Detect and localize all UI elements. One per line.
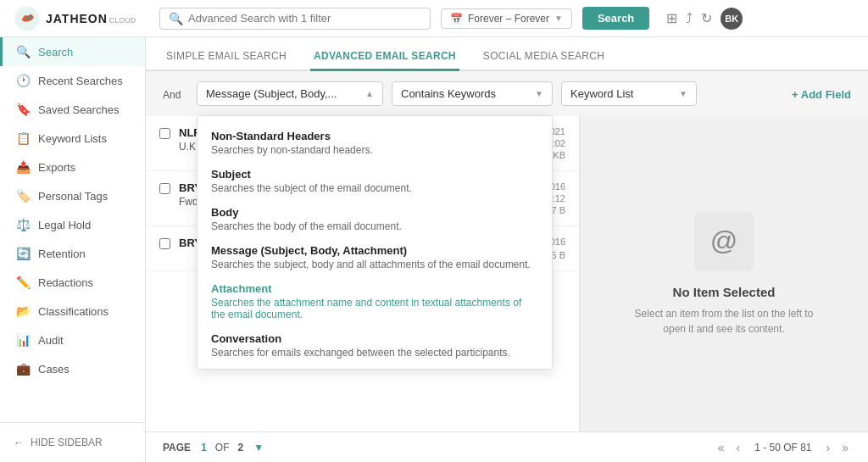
dropdown-item-title: Subject — [211, 168, 538, 181]
sidebar-items: 🔍 Search 🕐 Recent Searches 🔖 Saved Searc… — [0, 37, 145, 383]
logo-name: JATHEON — [46, 12, 108, 25]
main-search-input[interactable] — [188, 12, 421, 25]
dropdown-menu-item[interactable]: Subject Searches the subject of the emai… — [198, 161, 552, 199]
sidebar-item-saved-searches[interactable]: 🔖 Saved Searches — [0, 95, 145, 124]
page-down-icon[interactable]: ▼ — [253, 442, 264, 454]
field-dropdown[interactable]: Message (Subject, Body,... ▲ — [197, 81, 383, 106]
row-checkbox[interactable] — [159, 238, 170, 249]
sidebar-item-personal-tags[interactable]: 🏷️ Personal Tags — [0, 181, 145, 210]
sidebar-item-label-keyword-lists: Keyword Lists — [38, 132, 107, 145]
share-icon[interactable]: ⤴ — [686, 11, 693, 26]
sidebar-item-label-cases: Cases — [38, 363, 70, 376]
dropdown-menu-item[interactable]: Body Searches the body of the email docu… — [198, 199, 552, 237]
dropdown-item-title: Non-Standard Headers — [211, 130, 538, 142]
tab-simple[interactable]: SIMPLE EMAIL SEARCH — [163, 43, 290, 71]
first-page-button[interactable]: « — [715, 441, 727, 454]
dropdown-item-desc: Searches the subject, body and all attac… — [211, 259, 538, 270]
sidebar: 🔍 Search 🕐 Recent Searches 🔖 Saved Searc… — [0, 37, 146, 462]
condition-dropdown[interactable]: Contains Keywords ▼ — [392, 81, 553, 106]
sidebar-item-cases[interactable]: 💼 Cases — [0, 354, 145, 383]
value-dropdown-label: Keyword List — [570, 87, 633, 100]
dropdown-menu-item[interactable]: Message (Subject, Body, Attachment) Sear… — [198, 237, 552, 276]
logo: JATHEON CLOUD — [14, 5, 149, 32]
value-dropdown[interactable]: Keyword List ▼ — [561, 81, 697, 106]
dropdown-item-desc: Searches the body of the email document. — [211, 220, 538, 232]
page-label: PAGE — [163, 442, 191, 454]
field-dropdown-label: Message (Subject, Body,... — [206, 87, 337, 100]
content-area: SIMPLE EMAIL SEARCHADVANCED EMAIL SEARCH… — [146, 37, 868, 462]
dropdown-item-title: Body — [211, 206, 538, 219]
page-range: 1 - 50 OF 81 — [754, 442, 811, 454]
main-layout: 🔍 Search 🕐 Recent Searches 🔖 Saved Searc… — [0, 37, 868, 462]
sidebar-item-label-exports: Exports — [38, 161, 75, 174]
row-checkbox[interactable] — [159, 128, 170, 139]
retention-icon: 🔄 — [16, 247, 30, 260]
sidebar-item-label-search: Search — [38, 46, 73, 58]
last-page-button[interactable]: » — [839, 441, 851, 454]
current-page: 1 — [201, 442, 207, 454]
dropdown-menu-item[interactable]: Message Size (KB) Searches complete emai… — [198, 364, 552, 370]
sidebar-item-recent-searches[interactable]: 🕐 Recent Searches — [0, 66, 145, 95]
preview-panel: @ No Item Selected Select an item from t… — [580, 116, 868, 431]
chevron-down-icon: ▼ — [679, 89, 687, 98]
recent-searches-icon: 🕐 — [16, 74, 30, 87]
sidebar-item-search[interactable]: 🔍 Search — [0, 37, 145, 66]
preview-description: Select an item from the list on the left… — [631, 306, 817, 337]
tab-advanced[interactable]: ADVANCED EMAIL SEARCH — [310, 43, 459, 71]
sidebar-item-label-retention: Retention — [38, 248, 86, 260]
prev-page-button[interactable]: ‹ — [733, 441, 743, 454]
sidebar-item-keyword-lists[interactable]: 📋 Keyword Lists — [0, 124, 145, 153]
dropdown-menu-item[interactable]: Conversation Searches for emails exchang… — [198, 326, 552, 364]
classifications-icon: 📂 — [16, 304, 30, 318]
audit-icon: 📊 — [16, 333, 30, 347]
tabs-container: SIMPLE EMAIL SEARCHADVANCED EMAIL SEARCH… — [163, 37, 608, 70]
user-avatar[interactable]: BK — [721, 8, 743, 30]
redactions-icon: ✏️ — [16, 276, 30, 289]
preview-icon: @ — [694, 212, 754, 271]
top-icons: ⊞ ⤴ ↻ BK — [666, 8, 743, 30]
calendar-icon: 📅 — [450, 13, 463, 25]
row-checkbox[interactable] — [159, 183, 170, 194]
exports-icon: 📤 — [16, 160, 30, 174]
chevron-down-icon: ▼ — [554, 14, 563, 23]
sidebar-item-retention[interactable]: 🔄 Retention — [0, 239, 145, 268]
keyword-lists-icon: 📋 — [16, 131, 30, 145]
hide-sidebar-label: HIDE SIDEBAR — [31, 437, 103, 448]
tab-social[interactable]: SOCIAL MEDIA SEARCH — [480, 43, 608, 71]
sidebar-item-label-audit: Audit — [38, 334, 64, 347]
search-button[interactable]: Search — [582, 7, 649, 30]
sidebar-item-label-personal-tags: Personal Tags — [38, 190, 108, 203]
date-filter-dropdown[interactable]: 📅 Forever – Forever ▼ — [441, 8, 572, 29]
dropdown-menu-item[interactable]: Attachment Searches the attachment name … — [198, 276, 552, 326]
dropdown-item-title: Attachment — [211, 282, 538, 295]
refresh-icon[interactable]: ↻ — [701, 10, 712, 26]
arrow-left-icon: ← — [14, 437, 24, 448]
dropdown-item-desc: Searches the attachment name and content… — [211, 297, 538, 320]
and-label: And — [163, 81, 188, 101]
hide-sidebar-button[interactable]: ← HIDE SIDEBAR — [0, 430, 145, 455]
sidebar-item-audit[interactable]: 📊 Audit — [0, 326, 145, 354]
logo-text-wrap: JATHEON CLOUD — [46, 12, 136, 25]
personal-tags-icon: 🏷️ — [16, 189, 30, 203]
cases-icon: 💼 — [16, 362, 30, 376]
sidebar-item-label-legal-hold: Legal Hold — [38, 219, 91, 231]
total-pages: 2 — [237, 442, 243, 454]
legal-hold-icon: ⚖️ — [16, 218, 30, 231]
sidebar-item-redactions[interactable]: ✏️ Redactions — [0, 268, 145, 297]
saved-searches-icon: 🔖 — [16, 103, 30, 116]
search-row: And Message (Subject, Body,... ▲ Contain… — [146, 71, 868, 116]
search-icon: 🔍 — [169, 12, 183, 25]
grid-icon[interactable]: ⊞ — [666, 10, 677, 26]
sidebar-item-classifications[interactable]: 📂 Classifications — [0, 297, 145, 326]
dropdown-menu-item[interactable]: Non-Standard Headers Searches by non-sta… — [198, 123, 552, 161]
sidebar-item-legal-hold[interactable]: ⚖️ Legal Hold — [0, 210, 145, 239]
main-search-input-wrap[interactable]: 🔍 — [159, 8, 431, 30]
condition-dropdown-label: Contains Keywords — [401, 87, 496, 100]
sidebar-item-label-recent-searches: Recent Searches — [38, 75, 123, 87]
next-page-button[interactable]: › — [824, 441, 833, 454]
dropdown-item-title: Message (Subject, Body, Attachment) — [211, 244, 538, 257]
sidebar-item-label-classifications: Classifications — [38, 305, 108, 318]
sidebar-item-exports[interactable]: 📤 Exports — [0, 153, 145, 181]
add-field-button[interactable]: + Add Field — [792, 81, 851, 101]
preview-title: No Item Selected — [673, 285, 776, 299]
